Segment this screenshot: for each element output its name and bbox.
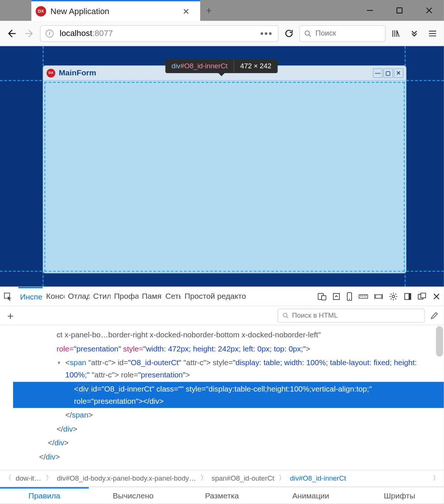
dom-node[interactable]: </span> [13, 408, 444, 422]
window-minimize-button[interactable]: — [373, 68, 382, 78]
overflow-button[interactable] [407, 26, 422, 41]
page-actions-button[interactable]: ••• [260, 27, 273, 39]
maximize-icon [396, 7, 403, 14]
library-icon [391, 29, 401, 38]
dom-node[interactable]: ct x-panel-bo…border-right x-docked-nobo… [13, 328, 444, 342]
tooltip-dimensions: 472 × 242 [234, 62, 277, 70]
style-tab-fonts[interactable]: Шрифты [355, 487, 444, 504]
devtools-tab-debugger[interactable]: Отладка [66, 287, 89, 305]
search-icon [282, 312, 288, 319]
svg-rect-20 [375, 295, 381, 298]
svg-rect-25 [409, 293, 411, 299]
devtools-tab-scratchpad[interactable]: Простой редактор [183, 287, 246, 305]
tab-strip: DX New Application ✕ ＋ [0, 0, 218, 21]
style-tab-rules[interactable]: Правила [0, 487, 89, 504]
svg-rect-12 [333, 293, 339, 299]
hamburger-icon [428, 29, 437, 38]
close-devtools-button[interactable] [433, 292, 440, 300]
close-tab-button[interactable]: ✕ [178, 2, 195, 20]
svg-rect-27 [421, 293, 425, 298]
style-tab-animations[interactable]: Анимации [266, 487, 355, 504]
dom-node[interactable]: <span "attr-c"> id="O8_id-outerCt" "attr… [13, 356, 444, 382]
edit-html-button[interactable] [430, 311, 438, 320]
dom-node-selected[interactable]: <div id="O8_id-innerCt" class="" style="… [13, 382, 444, 408]
library-button[interactable] [388, 26, 404, 41]
devtools-tab-inspector[interactable]: Инспектор [18, 287, 43, 305]
window-icon: DX [47, 69, 55, 77]
back-arrow-icon [6, 28, 16, 39]
devtools-search-row: ＋ [0, 306, 444, 325]
back-button[interactable] [3, 26, 19, 41]
breadcrumb-item[interactable]: div#O8_id-body.x-panel-body.x-panel-body… [55, 474, 198, 482]
crumb-scroll-right[interactable]: 〉 [431, 474, 441, 483]
style-tab-layout[interactable]: Разметка [178, 487, 266, 504]
devtools-tab-styles[interactable]: Стили [91, 287, 111, 305]
dom-node[interactable]: </div> [13, 450, 444, 464]
window-close-button[interactable]: ✕ [394, 68, 404, 78]
devtools-tab-network[interactable]: Сеть [164, 287, 181, 305]
reload-button[interactable] [281, 26, 297, 41]
devtools-tab-memory[interactable]: Память [140, 287, 162, 305]
minimize-icon [366, 7, 374, 14]
dock-side-button[interactable] [404, 292, 412, 300]
window-titlebar: DX New Application ✕ ＋ [0, 0, 444, 21]
element-picker-button[interactable] [3, 292, 16, 301]
devtools-tab-console[interactable]: Консоль [45, 287, 65, 305]
address-bar[interactable]: i localhost:8077 ••• [40, 25, 279, 42]
dom-node[interactable]: </div> [13, 436, 444, 450]
html-search-input[interactable] [292, 311, 420, 319]
site-info-icon[interactable]: i [46, 29, 53, 37]
forward-button[interactable] [22, 26, 37, 41]
vertical-scrollbar[interactable] [436, 326, 443, 357]
separate-window-button[interactable] [418, 292, 426, 300]
settings-button[interactable] [389, 292, 398, 301]
devtools-tabbar: Инспектор Консоль Отладка Стили Профайле… [0, 287, 444, 306]
search-icon [304, 30, 311, 37]
ruler-button[interactable] [359, 293, 368, 300]
forward-arrow-icon [24, 28, 35, 39]
html-search-box[interactable] [278, 308, 425, 323]
dom-tree-pane[interactable]: ct x-panel-bo…border-right x-docked-nobo… [0, 325, 444, 470]
minimize-button[interactable] [355, 0, 385, 21]
svg-rect-15 [359, 295, 368, 298]
style-tab-computed[interactable]: Вычислено [89, 487, 177, 504]
app-favicon-icon: DX [36, 6, 46, 16]
browser-tab[interactable]: DX New Application ✕ [31, 0, 200, 21]
page-viewport: DX MainForm — ▢ ✕ div#O8_id-innerCt 472 … [0, 46, 444, 287]
responsive-mode-button[interactable] [318, 292, 326, 300]
main-form-window[interactable]: DX MainForm — ▢ ✕ [43, 65, 407, 274]
style-subtabs: Правила Вычислено Разметка Анимации Шриф… [0, 486, 444, 504]
url-text: localhost:8077 [60, 29, 113, 38]
window-controls [355, 0, 444, 21]
chevron-double-icon [410, 29, 419, 38]
iframe-picker-button[interactable] [332, 292, 340, 300]
svg-line-5 [309, 35, 311, 36]
breadcrumb-item[interactable]: div#O8_id-innerCt [288, 474, 348, 482]
maximize-button[interactable] [385, 0, 414, 21]
measure-button[interactable] [374, 293, 383, 299]
new-tab-button[interactable]: ＋ [200, 2, 218, 19]
dom-node[interactable]: </div> [13, 422, 444, 436]
svg-rect-1 [397, 8, 402, 13]
search-box[interactable] [299, 25, 385, 42]
reload-icon [284, 29, 294, 38]
window-maximize-button[interactable]: ▢ [384, 68, 393, 78]
tab-title: New Application [50, 6, 173, 16]
svg-point-30 [283, 313, 287, 317]
breadcrumb-item[interactable]: span#O8_id-outerCt [210, 474, 276, 482]
svg-point-14 [349, 298, 350, 299]
url-toolbar: i localhost:8077 ••• [0, 21, 444, 46]
menu-button[interactable] [425, 26, 440, 41]
crumb-scroll-left[interactable]: 〈 [3, 474, 13, 483]
devtools-tab-profiler[interactable]: Профайлер [112, 287, 138, 305]
svg-point-4 [305, 31, 309, 35]
create-element-button[interactable]: ＋ [5, 308, 16, 323]
devtools-panel: Инспектор Консоль Отладка Стили Профайле… [0, 287, 444, 504]
svg-rect-11 [322, 295, 326, 300]
breadcrumb-item[interactable]: dow-it… [14, 474, 43, 482]
svg-line-31 [287, 317, 288, 318]
dom-node[interactable]: role="presentation" style="width: 472px;… [13, 342, 444, 356]
device-button[interactable] [346, 292, 352, 301]
search-input[interactable] [316, 29, 381, 37]
close-window-button[interactable] [414, 0, 444, 21]
